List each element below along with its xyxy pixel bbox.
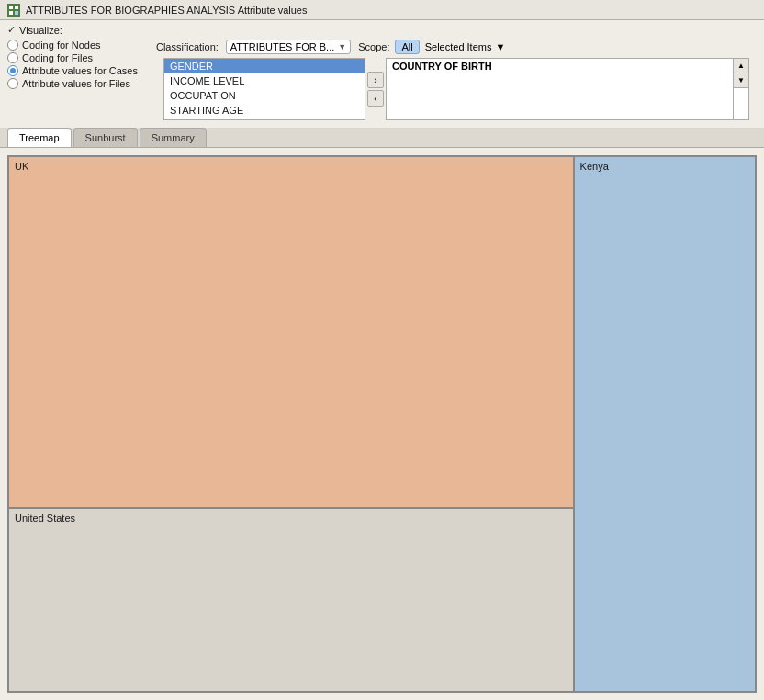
right-list: COUNTRY OF BIRTH ▲ ▼ bbox=[386, 58, 749, 120]
radio-label-coding-nodes: Coding for Nodes bbox=[22, 40, 101, 51]
options-area: Coding for Nodes Coding for Files Attrib… bbox=[0, 38, 764, 128]
scope-all-button[interactable]: All bbox=[395, 40, 419, 54]
svg-rect-1 bbox=[9, 6, 13, 9]
classification-arrow: ▼ bbox=[338, 42, 346, 51]
treemap-cell-uk-label: UK bbox=[9, 157, 573, 175]
radio-label-coding-files: Coding for Files bbox=[22, 52, 93, 63]
radio-label-attribute-cases: Attribute values for Cases bbox=[22, 65, 138, 76]
tabs-bar: Treemap Sunburst Summary bbox=[0, 128, 764, 148]
radio-circle-attribute-cases bbox=[7, 65, 18, 76]
radio-coding-nodes[interactable]: Coding for Nodes bbox=[7, 40, 138, 51]
svg-rect-4 bbox=[15, 11, 18, 15]
visualize-label: Visualize: bbox=[19, 25, 62, 36]
treemap-cell-kenya-label: Kenya bbox=[575, 157, 755, 175]
attribute-list[interactable]: GENDER INCOME LEVEL OCCUPATION STARTING … bbox=[163, 58, 365, 120]
attribute-item-gender[interactable]: GENDER bbox=[164, 59, 365, 73]
treemap-inner: UK Kenya United States bbox=[7, 155, 757, 693]
visualize-checkmark: ✓ bbox=[7, 24, 16, 36]
radio-group: Coding for Nodes Coding for Files Attrib… bbox=[7, 40, 138, 124]
attribute-item-income[interactable]: INCOME LEVEL bbox=[164, 73, 365, 88]
treemap-cell-us-label: United States bbox=[9, 509, 573, 527]
scope-selected-items[interactable]: Selected Items ▼ bbox=[425, 41, 506, 52]
radio-label-attribute-files: Attribute values for Files bbox=[22, 78, 130, 89]
tab-summary[interactable]: Summary bbox=[140, 128, 207, 147]
radio-circle-coding-files bbox=[7, 52, 18, 63]
title-bar: ATTRIBUTES FOR BIOGRAPHIES ANALYSIS Attr… bbox=[0, 0, 764, 20]
attribute-item-occupation[interactable]: OCCUPATION bbox=[164, 88, 365, 103]
scope-selected-label: Selected Items bbox=[425, 41, 492, 52]
classification-dropdown[interactable]: ATTRIBUTES FOR B... ▼ bbox=[226, 40, 351, 54]
scroll-buttons: ▲ ▼ bbox=[733, 59, 748, 119]
tab-treemap[interactable]: Treemap bbox=[7, 128, 72, 147]
treemap-container: UK Kenya United States bbox=[0, 148, 764, 700]
classification-label: Classification: bbox=[156, 41, 219, 52]
radio-attribute-files[interactable]: Attribute values for Files bbox=[7, 78, 138, 89]
scroll-down-button[interactable]: ▼ bbox=[734, 73, 748, 88]
arrow-right-button[interactable]: › bbox=[367, 72, 384, 88]
treemap-cell-uk[interactable]: UK bbox=[8, 156, 574, 508]
attribute-item-starting-age[interactable]: STARTING AGE bbox=[164, 103, 365, 118]
radio-circle-coding-nodes bbox=[7, 40, 18, 51]
classification-value: ATTRIBUTES FOR B... bbox=[230, 41, 334, 52]
classification-scope-area: Classification: ATTRIBUTES FOR B... ▼ Sc… bbox=[156, 40, 757, 124]
scope-label: Scope: bbox=[358, 41, 389, 52]
scope-area: Scope: All Selected Items ▼ bbox=[358, 40, 505, 54]
scroll-up-button[interactable]: ▲ bbox=[734, 59, 748, 73]
visualize-row: ✓ Visualize: bbox=[0, 20, 764, 38]
tab-sunburst[interactable]: Sunburst bbox=[73, 128, 138, 147]
treemap-cells: UK Kenya United States bbox=[8, 156, 756, 692]
radio-attribute-cases[interactable]: Attribute values for Cases bbox=[7, 65, 138, 76]
radio-circle-attribute-files bbox=[7, 78, 18, 89]
treemap-cell-kenya[interactable]: Kenya bbox=[574, 156, 756, 692]
arrow-buttons: › ‹ bbox=[367, 58, 384, 120]
right-list-area: COUNTRY OF BIRTH ▲ ▼ bbox=[386, 58, 749, 120]
classification-scope-top: Classification: ATTRIBUTES FOR B... ▼ Sc… bbox=[156, 40, 757, 54]
svg-rect-3 bbox=[9, 11, 13, 15]
main-panel: ✓ Visualize: Coding for Nodes Coding for… bbox=[0, 20, 764, 700]
radio-coding-files[interactable]: Coding for Files bbox=[7, 52, 138, 63]
lists-area: GENDER INCOME LEVEL OCCUPATION STARTING … bbox=[156, 58, 757, 124]
title-text: ATTRIBUTES FOR BIOGRAPHIES ANALYSIS Attr… bbox=[26, 5, 307, 16]
app-icon bbox=[7, 4, 20, 17]
treemap-cell-us[interactable]: United States bbox=[8, 508, 574, 692]
right-list-header: COUNTRY OF BIRTH bbox=[387, 59, 733, 73]
scope-selected-arrow: ▼ bbox=[495, 41, 505, 52]
arrow-left-button[interactable]: ‹ bbox=[367, 90, 384, 107]
svg-rect-2 bbox=[15, 6, 18, 9]
right-list-scroll[interactable]: COUNTRY OF BIRTH bbox=[387, 59, 733, 119]
